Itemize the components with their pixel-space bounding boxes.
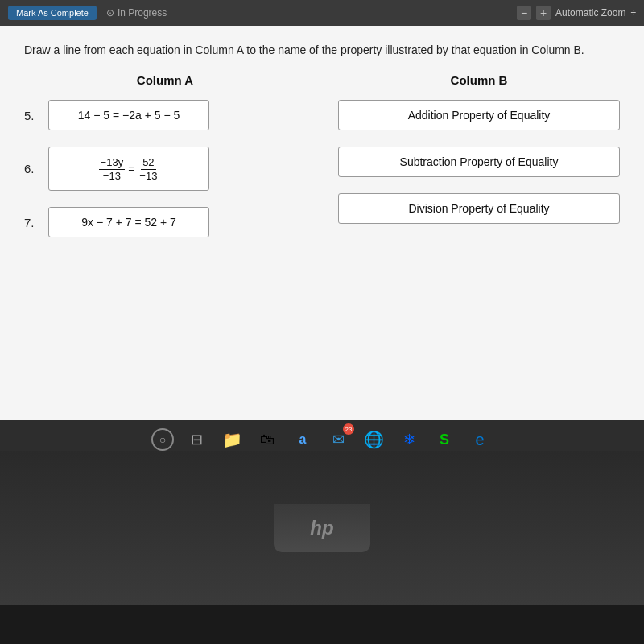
column-b-header: Column B xyxy=(338,73,620,87)
sketchbook-button[interactable]: S xyxy=(431,427,457,452)
chrome-button[interactable]: 🌐 xyxy=(361,427,386,452)
equation-box-5: 14 − 5 = −2a + 5 − 5 xyxy=(48,100,209,130)
row-6: 6. −13y −13 = 52 −13 xyxy=(24,147,306,191)
equation-box-7: 9x − 7 + 7 = 52 + 7 xyxy=(48,207,209,237)
screen: Mark As Complete ⊙ In Progress − + Autom… xyxy=(0,0,644,451)
notification-button[interactable]: a xyxy=(290,427,316,452)
equals-sign: = xyxy=(128,163,134,175)
property-box-subtraction: Subtraction Property of Equality xyxy=(338,147,620,177)
mail-icon: ✉ xyxy=(332,431,345,448)
store-icon: 🛍 xyxy=(260,431,275,448)
taskview-icon: ⊟ xyxy=(191,431,203,448)
browser-bar: Mark As Complete ⊙ In Progress − + Autom… xyxy=(0,0,644,26)
equation-5-text: 14 − 5 = −2a + 5 − 5 xyxy=(78,109,180,122)
main-content: Draw a line from each equation in Column… xyxy=(0,26,644,420)
mark-complete-button[interactable]: Mark As Complete xyxy=(8,6,97,20)
equation-6-fraction: −13y −13 = 52 −13 xyxy=(99,156,159,182)
zoom-controls: − + Automatic Zoom ÷ xyxy=(517,6,636,20)
instructions-text: Draw a line from each equation in Column… xyxy=(24,42,620,59)
zoom-minus-button[interactable]: − xyxy=(517,6,531,20)
property-box-division: Division Property of Equality xyxy=(338,193,620,224)
zoom-plus-button[interactable]: + xyxy=(536,6,551,20)
taskview-button[interactable]: ⊟ xyxy=(184,427,209,452)
chrome-icon: 🌐 xyxy=(364,430,384,449)
progress-icon: ⊙ xyxy=(106,7,114,19)
sketchbook-icon: S xyxy=(440,431,449,448)
in-progress-indicator: ⊙ In Progress xyxy=(106,7,167,19)
row-7-number: 7. xyxy=(24,216,40,229)
denominator-left: −13 xyxy=(101,170,122,183)
progress-label: In Progress xyxy=(118,7,167,19)
numerator-left: −13y xyxy=(99,156,126,170)
zoom-label: Automatic Zoom xyxy=(555,7,625,19)
file-explorer-button[interactable]: 📁 xyxy=(219,427,245,452)
property-row-subtraction: Subtraction Property of Equality xyxy=(338,147,620,177)
column-b-rows: Addition Property of Equality Subtractio… xyxy=(338,100,620,224)
numerator-right: 52 xyxy=(141,156,155,170)
column-a-header: Column A xyxy=(24,73,306,87)
letter-icon: a xyxy=(299,432,307,447)
hp-logo: hp xyxy=(310,517,333,539)
row-5: 5. 14 − 5 = −2a + 5 − 5 xyxy=(24,100,306,130)
edge-icon: e xyxy=(475,431,484,449)
row-5-number: 5. xyxy=(24,109,40,122)
folder-icon: 📁 xyxy=(222,430,242,449)
start-button[interactable]: ○ xyxy=(151,428,174,451)
property-row-division: Division Property of Equality xyxy=(338,193,620,224)
column-b: Column B Addition Property of Equality S… xyxy=(338,73,620,224)
fraction-right: 52 −13 xyxy=(138,156,159,182)
laptop-stand: hp xyxy=(274,504,370,552)
denominator-right: −13 xyxy=(138,170,159,183)
row-6-number: 6. xyxy=(24,162,40,175)
dropbox-button[interactable]: ❄ xyxy=(396,427,422,452)
equation-7-text: 9x − 7 + 7 = 52 + 7 xyxy=(81,216,176,229)
fraction-left: −13y −13 xyxy=(99,156,126,182)
division-property-label: Division Property of Equality xyxy=(408,202,549,215)
mail-button[interactable]: ✉ 23 xyxy=(325,427,351,452)
edge-button[interactable]: e xyxy=(467,427,493,452)
mail-badge: 23 xyxy=(343,423,354,435)
columns-container: Column A 5. 14 − 5 = −2a + 5 − 5 6. −13y xyxy=(24,73,620,254)
store-button[interactable]: 🛍 xyxy=(254,427,280,452)
equation-box-6: −13y −13 = 52 −13 xyxy=(48,147,209,191)
zoom-dropdown-icon[interactable]: ÷ xyxy=(630,7,636,19)
start-icon: ○ xyxy=(159,433,166,446)
addition-property-label: Addition Property of Equality xyxy=(408,109,551,122)
subtraction-property-label: Subtraction Property of Equality xyxy=(400,155,559,168)
column-a: Column A 5. 14 − 5 = −2a + 5 − 5 6. −13y xyxy=(24,73,306,254)
dropbox-icon: ❄ xyxy=(403,431,415,448)
laptop-stand-area: hp xyxy=(0,451,644,605)
property-box-addition: Addition Property of Equality xyxy=(338,100,620,130)
property-row-addition: Addition Property of Equality xyxy=(338,100,620,130)
row-7: 7. 9x − 7 + 7 = 52 + 7 xyxy=(24,207,306,237)
